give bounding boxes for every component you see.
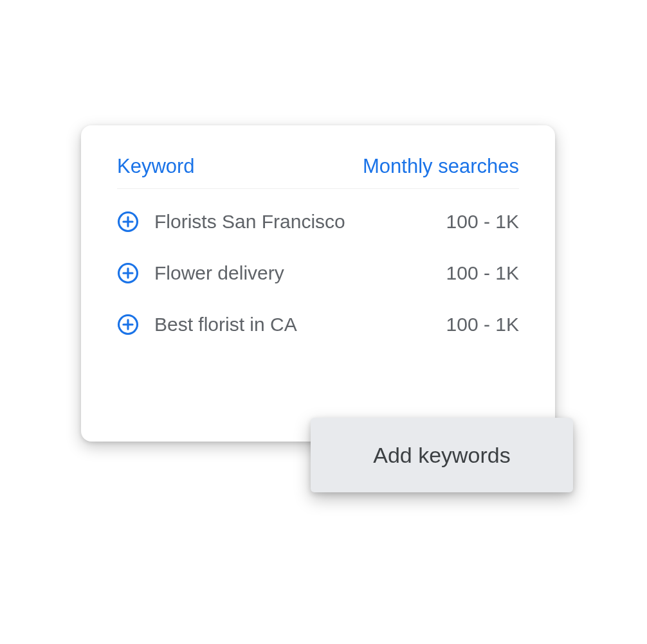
keyword-card: Keyword Monthly searches Florists San Fr… xyxy=(81,125,555,442)
keyword-label: Florists San Francisco xyxy=(154,211,429,233)
add-keywords-label: Add keywords xyxy=(373,443,511,468)
keyword-label: Flower delivery xyxy=(154,262,429,284)
add-icon[interactable] xyxy=(117,211,139,233)
keyword-label: Best florist in CA xyxy=(154,314,429,335)
searches-value: 100 - 1K xyxy=(429,211,519,233)
searches-value: 100 - 1K xyxy=(429,262,519,284)
table-row: Best florist in CA 100 - 1K xyxy=(117,314,519,335)
table-row: Florists San Francisco 100 - 1K xyxy=(117,211,519,233)
column-header-searches[interactable]: Monthly searches xyxy=(363,155,519,178)
add-keywords-button[interactable]: Add keywords xyxy=(311,418,573,492)
column-header-keyword[interactable]: Keyword xyxy=(117,155,195,178)
table-body: Florists San Francisco 100 - 1K Flower d… xyxy=(117,211,519,335)
add-icon[interactable] xyxy=(117,314,139,335)
searches-value: 100 - 1K xyxy=(429,314,519,335)
table-header: Keyword Monthly searches xyxy=(117,155,519,189)
table-row: Flower delivery 100 - 1K xyxy=(117,262,519,284)
add-icon[interactable] xyxy=(117,262,139,284)
